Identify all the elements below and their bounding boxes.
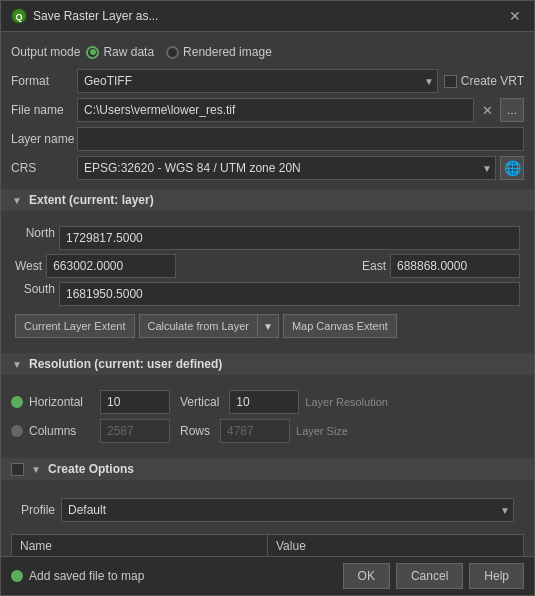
- current-layer-extent-button[interactable]: Current Layer Extent: [15, 314, 135, 338]
- south-input[interactable]: [59, 282, 520, 306]
- dialog-title: Save Raster Layer as...: [33, 9, 158, 23]
- crs-globe-button[interactable]: 🌐: [500, 156, 524, 180]
- create-options-table: Name Value: [11, 534, 524, 556]
- extent-section-header: ▼ Extent (current: layer): [1, 189, 534, 211]
- format-row: Format GeoTIFF ▼ Create VRT: [11, 69, 524, 93]
- columns-inactive-dot: [11, 425, 23, 437]
- crs-field-group: EPSG:32620 - WGS 84 / UTM zone 20N ▼ 🌐: [77, 156, 524, 180]
- rows-label: Rows: [180, 424, 210, 438]
- dialog-content: Output mode Raw data Rendered image Form…: [1, 32, 534, 556]
- profile-combo-wrapper: Default ▼: [61, 498, 514, 522]
- extent-west-group: West: [15, 254, 176, 278]
- output-mode-row: Output mode Raw data Rendered image: [11, 40, 524, 64]
- crs-combo-wrapper: EPSG:32620 - WGS 84 / UTM zone 20N ▼: [77, 156, 496, 180]
- create-options-section-title: Create Options: [48, 462, 134, 476]
- west-label: West: [15, 259, 42, 273]
- file-clear-button[interactable]: ✕: [478, 101, 496, 119]
- resolution-section-title: Resolution (current: user defined): [29, 357, 222, 371]
- file-name-row: File name ✕ …: [11, 98, 524, 122]
- create-vrt-row: Create VRT: [444, 74, 524, 88]
- extent-north-row: North: [15, 226, 520, 250]
- rendered-image-label: Rendered image: [183, 45, 272, 59]
- rows-input[interactable]: [220, 419, 290, 443]
- map-canvas-extent-button[interactable]: Map Canvas Extent: [283, 314, 397, 338]
- extent-section-content: North West East South: [11, 220, 524, 344]
- cancel-button[interactable]: Cancel: [396, 563, 463, 589]
- west-input[interactable]: [46, 254, 176, 278]
- crs-combo[interactable]: EPSG:32620 - WGS 84 / UTM zone 20N: [77, 156, 496, 180]
- resolution-section-content: Horizontal Vertical Layer Resolution Col…: [11, 384, 524, 449]
- raw-data-radio-dot: [86, 46, 99, 59]
- raw-data-radio[interactable]: Raw data: [86, 45, 154, 59]
- extent-south-row: South: [15, 282, 520, 306]
- crs-row: CRS EPSG:32620 - WGS 84 / UTM zone 20N ▼…: [11, 156, 524, 180]
- east-label: East: [362, 259, 386, 273]
- ok-button[interactable]: OK: [343, 563, 390, 589]
- layer-size-button[interactable]: Layer Size: [296, 425, 348, 437]
- output-mode-group: Raw data Rendered image: [86, 45, 271, 59]
- create-options-checkbox[interactable]: [11, 463, 24, 476]
- extent-middle-row: West East: [15, 254, 520, 278]
- dialog-footer: Add saved file to map OK Cancel Help: [1, 556, 534, 595]
- horizontal-label: Horizontal: [29, 395, 94, 409]
- help-button[interactable]: Help: [469, 563, 524, 589]
- file-browse-button[interactable]: …: [500, 98, 524, 122]
- rendered-image-radio-dot: [166, 46, 179, 59]
- extent-section-title: Extent (current: layer): [29, 193, 154, 207]
- footer-left: Add saved file to map: [11, 569, 144, 583]
- vertical-input[interactable]: [229, 390, 299, 414]
- options-table-header: Name Value: [12, 535, 523, 556]
- north-input[interactable]: [59, 226, 520, 250]
- output-mode-label: Output mode: [11, 45, 80, 59]
- add-to-map-dot: [11, 570, 23, 582]
- add-to-map-label: Add saved file to map: [29, 569, 144, 583]
- extent-buttons-row: Current Layer Extent Calculate from Laye…: [15, 314, 520, 338]
- rendered-image-radio[interactable]: Rendered image: [166, 45, 272, 59]
- create-options-toggle[interactable]: ▼: [30, 463, 42, 475]
- qgis-icon: Q: [11, 8, 27, 24]
- profile-label: Profile: [21, 503, 55, 517]
- create-options-section-header: ▼ Create Options: [1, 458, 534, 480]
- create-options-section-content: Profile Default ▼ Name Value +: [11, 489, 524, 556]
- columns-input[interactable]: [100, 419, 170, 443]
- format-combo-wrapper: GeoTIFF ▼: [77, 69, 438, 93]
- layer-name-label: Layer name: [11, 132, 71, 146]
- columns-label: Columns: [29, 424, 94, 438]
- create-vrt-label: Create VRT: [461, 74, 524, 88]
- profile-row: Profile Default ▼: [11, 495, 524, 525]
- name-column-header: Name: [12, 535, 268, 556]
- value-column-header: Value: [268, 535, 523, 556]
- calculate-from-layer-split: Calculate from Layer ▼: [139, 314, 279, 338]
- horizontal-active-dot: [11, 396, 23, 408]
- format-combo[interactable]: GeoTIFF: [77, 69, 438, 93]
- file-name-field-group: ✕ …: [77, 98, 524, 122]
- extent-east-group: East: [362, 254, 520, 278]
- crs-label: CRS: [11, 161, 71, 175]
- save-raster-dialog: Q Save Raster Layer as... ✕ Output mode …: [0, 0, 535, 596]
- close-button[interactable]: ✕: [506, 7, 524, 25]
- columns-resolution-row: Columns Rows Layer Size: [11, 419, 524, 443]
- horizontal-input[interactable]: [100, 390, 170, 414]
- south-label: South: [15, 282, 55, 306]
- create-vrt-checkbox[interactable]: [444, 75, 457, 88]
- svg-text:Q: Q: [15, 12, 22, 22]
- extent-toggle[interactable]: ▼: [11, 194, 23, 206]
- layer-name-input[interactable]: [77, 127, 524, 151]
- layer-resolution-button[interactable]: Layer Resolution: [305, 396, 388, 408]
- north-label: North: [15, 226, 55, 250]
- raw-data-label: Raw data: [103, 45, 154, 59]
- extent-grid: North West East South: [11, 226, 524, 338]
- horizontal-resolution-row: Horizontal Vertical Layer Resolution: [11, 390, 524, 414]
- calculate-from-layer-arrow[interactable]: ▼: [257, 314, 279, 338]
- calculate-from-layer-button[interactable]: Calculate from Layer: [139, 314, 258, 338]
- format-label: Format: [11, 74, 71, 88]
- layer-name-row: Layer name: [11, 127, 524, 151]
- profile-combo[interactable]: Default: [61, 498, 514, 522]
- resolution-section-header: ▼ Resolution (current: user defined): [1, 353, 534, 375]
- east-input[interactable]: [390, 254, 520, 278]
- footer-right: OK Cancel Help: [343, 563, 524, 589]
- file-name-input[interactable]: [77, 98, 474, 122]
- vertical-label: Vertical: [180, 395, 219, 409]
- resolution-toggle[interactable]: ▼: [11, 358, 23, 370]
- file-name-label: File name: [11, 103, 71, 117]
